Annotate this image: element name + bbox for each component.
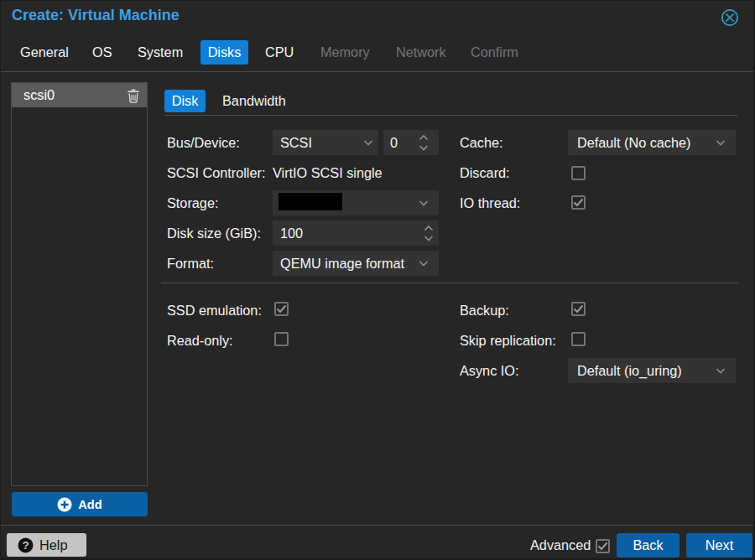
svg-text:?: ?: [22, 539, 29, 552]
